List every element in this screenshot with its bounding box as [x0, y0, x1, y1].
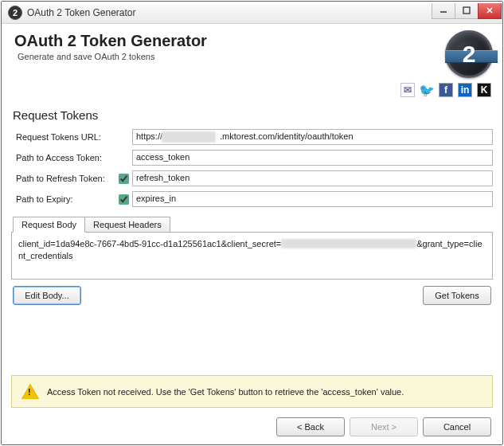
page-subtitle: Generate and save OAuth 2 tokens	[18, 52, 445, 61]
label-url: Request Tokens URL:	[16, 132, 115, 142]
body-secret-redacted	[281, 239, 416, 248]
header: OAuth 2 Token Generator Generate and sav…	[11, 30, 493, 78]
edit-body-button[interactable]: Edit Body...	[13, 286, 81, 305]
warning-icon	[21, 384, 39, 399]
url-suffix: .mktorest.com/identity/oauth/token	[220, 131, 354, 141]
svg-rect-0	[463, 7, 470, 14]
body-buttons: Edit Body... Get Tokens	[13, 286, 491, 305]
tabs: Request Body Request Headers	[13, 216, 493, 232]
wizard-buttons: < Back Next > Cancel	[11, 417, 491, 436]
facebook-icon[interactable]: f	[439, 83, 453, 97]
tab-request-body[interactable]: Request Body	[13, 217, 85, 233]
back-button[interactable]: < Back	[276, 417, 345, 436]
linkedin-icon[interactable]: in	[458, 83, 472, 97]
body-prefix: client_id=1da94e8c-7667-4bd5-91cc-d1a125…	[18, 239, 281, 248]
label-access-token: Path to Access Token:	[16, 153, 115, 162]
close-button[interactable]	[478, 3, 502, 19]
section-title: Request Tokens	[13, 108, 493, 122]
request-body-panel: client_id=1da94e8c-7667-4bd5-91cc-d1a125…	[11, 232, 493, 280]
row-url: Request Tokens URL: https://.mktorest.co…	[16, 129, 493, 145]
checkbox-expiry[interactable]	[119, 194, 129, 205]
url-prefix: https://	[136, 131, 162, 141]
row-access-token: Path to Access Token: access_token	[16, 150, 493, 166]
warning-box: Access Token not received. Use the 'Get …	[11, 375, 493, 408]
input-expiry[interactable]: expires_in	[132, 191, 493, 207]
label-expiry: Path to Expiry:	[16, 194, 115, 204]
cancel-button[interactable]: Cancel	[423, 417, 491, 436]
row-expiry: Path to Expiry: expires_in	[16, 191, 493, 207]
label-refresh-token: Path to Refresh Token:	[16, 174, 115, 183]
url-redacted	[162, 131, 216, 143]
input-refresh-token[interactable]: refresh_token	[132, 170, 493, 186]
input-url[interactable]: https://.mktorest.com/identity/oauth/tok…	[132, 129, 493, 145]
twitter-icon[interactable]: 🐦	[420, 83, 434, 97]
title-bar: 2 OAuth 2 Token Generator	[2, 2, 502, 24]
social-links: ✉ 🐦 f in K	[11, 83, 491, 97]
row-refresh-token: Path to Refresh Token: refresh_token	[16, 170, 493, 186]
checkbox-refresh-token[interactable]	[119, 174, 129, 184]
minimize-button[interactable]	[432, 3, 455, 19]
get-tokens-button[interactable]: Get Tokens	[423, 286, 491, 305]
k-icon[interactable]: K	[477, 83, 491, 97]
oauth2-logo-icon: 2	[445, 30, 493, 78]
window-buttons	[432, 3, 502, 19]
window-title: OAuth 2 Token Generator	[27, 7, 432, 18]
mail-icon[interactable]: ✉	[400, 83, 415, 97]
input-access-token[interactable]: access_token	[132, 150, 493, 166]
dialog-content: OAuth 2 Token Generator Generate and sav…	[2, 24, 502, 444]
next-button: Next >	[350, 417, 418, 436]
page-title: OAuth 2 Token Generator	[14, 32, 445, 50]
maximize-button[interactable]	[455, 3, 479, 19]
app-icon: 2	[8, 6, 22, 20]
tab-request-headers[interactable]: Request Headers	[84, 217, 170, 233]
dialog-window: 2 OAuth 2 Token Generator OAuth 2 Token …	[1, 1, 503, 445]
warning-text: Access Token not received. Use the 'Get …	[47, 387, 404, 397]
